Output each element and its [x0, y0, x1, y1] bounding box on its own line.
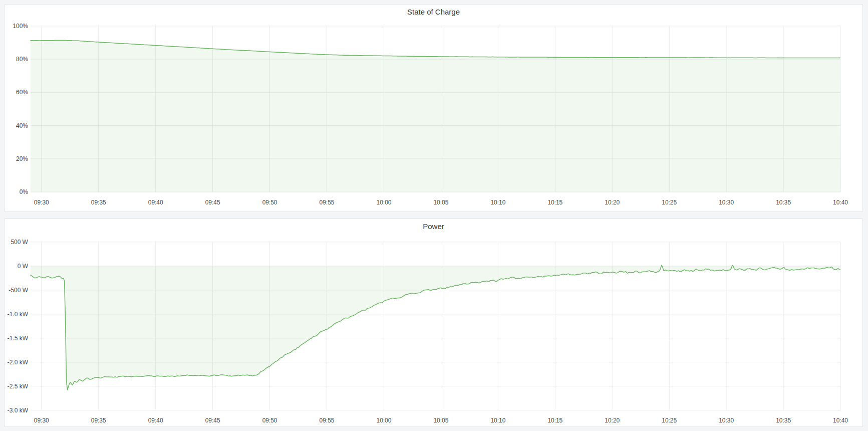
x-axis-tick-label: 10:20 — [605, 417, 620, 424]
x-axis-tick-label: 10:15 — [547, 199, 562, 206]
state-of-charge-chart[interactable]: 100%80%60%40%20%0%09:3009:3509:4009:4509… — [5, 5, 862, 211]
y-axis-tick-label: 0 W — [18, 263, 29, 270]
x-axis-tick-label: 10:25 — [662, 417, 677, 424]
x-axis-tick-label: 09:50 — [262, 199, 277, 206]
panel-power: Power 500 W0 W-500 W-1.0 kW-1.5 kW-2.0 k… — [4, 219, 863, 427]
x-axis-tick-label: 09:45 — [205, 199, 220, 206]
x-axis-tick-label: 10:40 — [833, 417, 848, 424]
x-axis-tick-label: 10:05 — [433, 417, 448, 424]
y-axis-tick-label: 40% — [16, 122, 28, 129]
y-axis-tick-label: -2.0 kW — [8, 359, 29, 366]
x-axis-tick-label: 10:30 — [719, 199, 734, 206]
x-axis-tick-label: 09:40 — [148, 199, 163, 206]
x-axis-tick-label: 09:55 — [320, 417, 335, 424]
y-axis-tick-label: -3.0 kW — [8, 407, 29, 414]
x-axis-tick-label: 09:55 — [320, 199, 335, 206]
x-axis-tick-label: 10:00 — [377, 417, 392, 424]
y-axis-tick-label: -2.5 kW — [8, 383, 29, 390]
y-axis-tick-label: 80% — [16, 56, 28, 63]
x-axis-tick-label: 10:25 — [662, 199, 677, 206]
x-axis-tick-label: 09:35 — [91, 199, 106, 206]
y-axis-tick-label: 60% — [16, 89, 28, 96]
y-axis-tick-label: 0% — [20, 188, 29, 195]
x-axis-tick-label: 10:35 — [776, 199, 791, 206]
power-chart[interactable]: 500 W0 W-500 W-1.0 kW-1.5 kW-2.0 kW-2.5 … — [5, 219, 862, 426]
x-axis-tick-label: 09:30 — [34, 199, 49, 206]
y-axis-tick-label: 20% — [16, 155, 28, 162]
y-axis-tick-label: -1.0 kW — [8, 311, 29, 318]
x-axis-tick-label: 10:20 — [605, 199, 620, 206]
y-axis-tick-label: -500 W — [9, 287, 28, 294]
x-axis-tick-label: 09:30 — [34, 417, 49, 424]
x-axis-tick-label: 09:45 — [205, 417, 220, 424]
x-axis-tick-label: 10:35 — [776, 417, 791, 424]
x-axis-tick-label: 10:10 — [490, 199, 505, 206]
series-area-fill — [31, 40, 840, 192]
x-axis-tick-label: 10:30 — [719, 417, 734, 424]
x-axis-tick-label: 10:15 — [547, 417, 562, 424]
x-axis-tick-label: 09:35 — [91, 417, 106, 424]
x-axis-tick-label: 09:50 — [262, 417, 277, 424]
grafana-dashboard: { "colors": { "page_bg": "#f4f5f7", "pan… — [0, 0, 868, 431]
y-axis-tick-label: -1.5 kW — [8, 335, 29, 342]
y-axis-tick-label: 500 W — [11, 239, 28, 246]
panel-state-of-charge: State of Charge 100%80%60%40%20%0%09:300… — [4, 4, 863, 212]
x-axis-tick-label: 10:40 — [833, 199, 848, 206]
x-axis-tick-label: 10:10 — [490, 417, 505, 424]
y-axis-tick-label: 100% — [13, 23, 28, 30]
x-axis-tick-label: 10:05 — [433, 199, 448, 206]
x-axis-tick-label: 10:00 — [377, 199, 392, 206]
x-axis-tick-label: 09:40 — [148, 417, 163, 424]
series-area-fill — [31, 265, 840, 390]
